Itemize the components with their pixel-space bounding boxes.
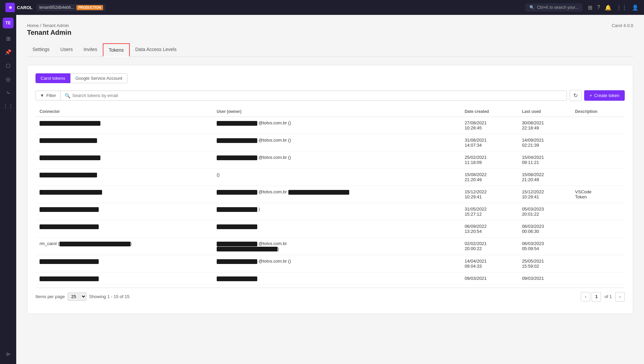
pagination: ‹ 1 of 1 › — [581, 292, 625, 301]
tabs: Settings Users Invites Tokens Data Acces… — [27, 43, 633, 57]
topbar-right: 🔍 Ctrl+K to search your... ⊞ ? 🔔 ⋮⋮ 👤 — [525, 3, 639, 11]
version-badge: Carol 4.0.0 — [612, 23, 633, 28]
logo-text: CAROL — [17, 5, 32, 10]
last-used-cell: 30/08/2021 22:18:49 — [518, 117, 571, 134]
user-redacted — [217, 190, 257, 195]
connector-cell — [35, 134, 213, 151]
user-suffix-2: ) — [278, 246, 279, 251]
create-token-button[interactable]: + Create token — [584, 90, 625, 101]
connector-cell — [35, 151, 213, 169]
connector-redacted — [40, 138, 97, 143]
user-redacted — [217, 207, 257, 212]
global-search[interactable]: 🔍 Ctrl+K to search your... — [525, 3, 582, 11]
user-suffix: @totvs.com.br () — [257, 138, 291, 143]
user-icon[interactable]: 👤 — [632, 4, 639, 11]
connector-redacted — [40, 224, 99, 229]
table-row: 06/09/2022 13:20:5406/03/2023 00:06:30 — [35, 220, 625, 238]
page-of: of 1 — [602, 294, 614, 299]
tab-tokens[interactable]: Tokens — [103, 43, 130, 57]
production-badge: PRODUCTION — [76, 5, 103, 10]
topbar-left: ⊕ CAROL tenant952db4eb6... PRODUCTION — [5, 3, 106, 12]
sidebar-item-layers[interactable]: ⬡ — [2, 59, 14, 72]
connector-redacted — [40, 190, 102, 195]
connector-cell: rm_carol () — [35, 238, 213, 255]
sub-tab-google-service-account[interactable]: Google Service Account — [70, 73, 127, 83]
user-cell: () — [213, 169, 460, 186]
breadcrumb-home[interactable]: Home — [27, 23, 39, 28]
sidebar-item-globe[interactable]: ◎ — [2, 73, 14, 85]
avatar[interactable]: TE — [3, 18, 14, 28]
table-row: @totvs.com.br ()31/08/2021 14:07:3414/09… — [35, 134, 625, 151]
items-per-page-select[interactable]: 25 50 100 — [68, 292, 87, 301]
sidebar-item-expand[interactable]: ⊳ — [2, 348, 14, 360]
connector-redacted — [40, 259, 99, 264]
date-created-cell: 09/03/2021 — [460, 272, 518, 285]
connector-cell — [35, 272, 213, 285]
filter-icon: ▼ — [40, 93, 44, 98]
breadcrumb-current: Tenant Admin — [42, 23, 69, 28]
table-wrap: Connector User (owner) Date created Last… — [35, 106, 625, 285]
create-token-label: Create token — [594, 93, 619, 98]
tokens-table: Connector User (owner) Date created Last… — [35, 106, 625, 285]
sub-tab-carol-tokens[interactable]: Carol tokens — [35, 73, 70, 83]
user-redacted — [217, 224, 257, 229]
header-left: Home / Tenant Admin Tenant Admin — [27, 23, 71, 37]
sidebar-item-pin[interactable]: 📌 — [2, 46, 14, 58]
date-created-cell: 15/08/2022 21:20:49 — [460, 169, 518, 186]
user-suffix: () — [217, 172, 220, 177]
table-row: 09/03/202109/03/2021 — [35, 272, 625, 285]
sidebar-item-share[interactable]: ⤷ — [2, 87, 14, 99]
totvs-logo[interactable]: ⊕ CAROL — [5, 3, 32, 12]
main-content: Home / Tenant Admin Tenant Admin Carol 4… — [16, 15, 644, 364]
tab-data-access-levels[interactable]: Data Access Levels — [130, 43, 182, 57]
connector-redacted — [40, 155, 100, 160]
user-suffix: @totvs.com.br — [257, 189, 287, 194]
page-header: Home / Tenant Admin Tenant Admin Carol 4… — [27, 23, 633, 37]
apps-icon[interactable]: ⋮⋮ — [616, 4, 627, 11]
table-row: @totvs.com.br15/12/2022 10:29:4115/12/20… — [35, 186, 625, 203]
tab-settings[interactable]: Settings — [27, 43, 55, 57]
last-used-cell: 05/03/2023 20:01:22 — [518, 203, 571, 220]
next-page-button[interactable]: › — [615, 292, 625, 301]
bell-icon[interactable]: 🔔 — [605, 4, 612, 11]
date-created-cell: 06/09/2022 13:20:54 — [460, 220, 518, 238]
description-cell — [571, 169, 625, 186]
tab-invites[interactable]: Invites — [78, 43, 102, 57]
description-cell — [571, 220, 625, 238]
tenant-id: tenant952db4eb6... — [39, 5, 74, 10]
connector-cell — [35, 169, 213, 186]
description-cell — [571, 272, 625, 285]
table-row: rm_carol () @totvs.com.br)02/02/2021 20:… — [35, 238, 625, 255]
date-created-cell: 25/02/2021 11:18:09 — [460, 151, 518, 169]
sidebar-item-grid[interactable]: ⊞ — [2, 32, 14, 45]
topbar-icons: ⊞ ? 🔔 ⋮⋮ 👤 — [588, 4, 639, 11]
description-cell — [571, 203, 625, 220]
user-redacted — [217, 276, 257, 281]
grid-icon[interactable]: ⊞ — [588, 4, 592, 11]
search-icon: 🔍 — [65, 93, 70, 98]
sidebar: TE ⊞ 📌 ⬡ ◎ ⤷ ⋮⋮ ⊳ — [0, 15, 16, 364]
prev-page-button[interactable]: ‹ — [581, 292, 590, 301]
description-cell — [571, 151, 625, 169]
connector-redacted — [40, 121, 100, 126]
tenant-badge[interactable]: tenant952db4eb6... PRODUCTION — [37, 4, 106, 11]
tab-users[interactable]: Users — [55, 43, 78, 57]
user-redacted — [217, 155, 257, 160]
filter-label: Filter — [46, 93, 56, 98]
user-suffix: @totvs.com.br () — [257, 259, 291, 264]
description-cell — [571, 238, 625, 255]
help-icon[interactable]: ? — [597, 4, 600, 11]
card: Carol tokens Google Service Account ▼ Fi… — [27, 65, 633, 314]
connector-cell — [35, 117, 213, 134]
col-user: User (owner) — [213, 106, 460, 117]
sub-tabs: Carol tokens Google Service Account — [35, 73, 625, 83]
table-row: )31/05/2022 15:27:1205/03/2023 20:01:22 — [35, 203, 625, 220]
search-icon: 🔍 — [529, 5, 534, 10]
user-redacted — [217, 242, 257, 246]
filter-button[interactable]: ▼ Filter — [35, 91, 60, 100]
refresh-button[interactable]: ↻ — [570, 90, 581, 101]
sidebar-item-apps[interactable]: ⋮⋮ — [2, 100, 14, 112]
search-input[interactable] — [72, 93, 563, 98]
date-created-cell: 14/04/2021 09:04:33 — [460, 255, 518, 272]
col-connector: Connector — [35, 106, 213, 117]
